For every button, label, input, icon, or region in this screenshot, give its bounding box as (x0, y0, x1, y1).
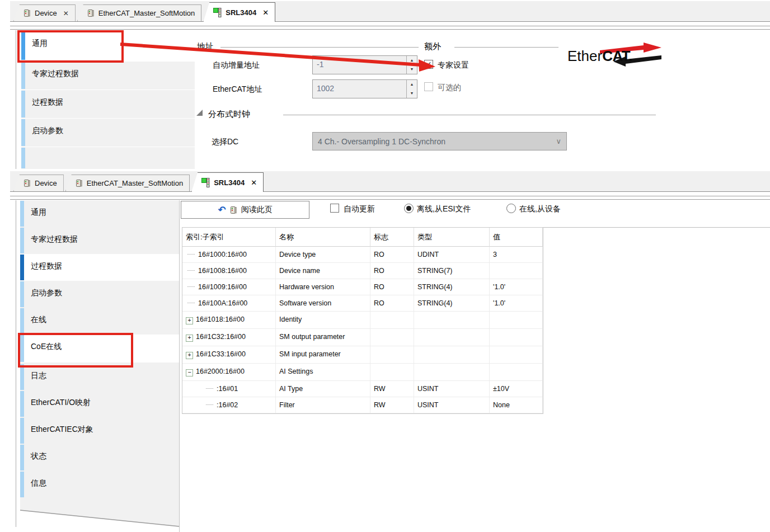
ethercat-address-input[interactable]: 1002 ▲▼ (312, 79, 417, 98)
sidebar-item-information[interactable]: 信息 (20, 471, 172, 498)
expand-icon[interactable]: + (186, 317, 193, 324)
spin-up-icon[interactable]: ▲ (407, 80, 417, 89)
selection-strip (20, 472, 24, 497)
sidebar-item-startup-params[interactable]: 启动参数 (21, 119, 195, 147)
close-icon[interactable]: ✕ (262, 8, 269, 17)
device-icon (24, 179, 31, 187)
cell-value (490, 312, 543, 329)
selection-strip (20, 308, 24, 334)
table-row[interactable]: 16#1009:16#00 Hardware version RO STRING… (182, 279, 543, 295)
cell-type: UDINT (414, 247, 490, 263)
cell-flags: RW (370, 397, 414, 413)
chevron-down-icon: ∨ (556, 137, 561, 145)
sidebar-item-process-data[interactable]: 过程数据 (21, 90, 195, 118)
select-dc-dropdown[interactable]: 4 Ch.- Oversampling 1 DC-Synchron ∨ (312, 132, 567, 150)
close-icon[interactable]: ✕ (63, 10, 69, 17)
spinner-buttons[interactable]: ▲▼ (406, 80, 417, 98)
device-icon (76, 179, 83, 187)
table-row[interactable]: +16#1C33:16#00 SM input parameter (182, 346, 543, 364)
sidebar-item-process-data[interactable]: 过程数据 (20, 254, 179, 281)
spin-down-icon[interactable]: ▼ (407, 65, 417, 74)
sidebar-item-log[interactable]: 日志 (20, 364, 172, 390)
selection-strip (20, 418, 24, 444)
sidebar-item-label: 启动参数 (25, 119, 63, 147)
device-icon (24, 9, 31, 17)
tab-ethercat-master[interactable]: EtherCAT_Master_SoftMotion (77, 4, 201, 21)
sidebar-item-expert-process-data[interactable]: 专家过程数据 (20, 227, 172, 254)
sidebar-item-partial (21, 147, 195, 169)
sidebar-item-ethercat-io-mapping[interactable]: EtherCATI/O映射 (20, 390, 172, 417)
cell-flags (370, 329, 414, 346)
online-device-radio[interactable] (506, 204, 516, 213)
cell-type: USINT (414, 381, 490, 397)
sidebar-item-ethercat-iec-objects[interactable]: EtherCATIEC对象 (20, 417, 172, 444)
column-header-type[interactable]: 类型 (414, 228, 490, 247)
table-row[interactable]: −16#2000:16#00 AI Settings (182, 364, 543, 381)
cell-index: :16#01 (217, 385, 238, 393)
cell-index: 16#1C32:16#00 (196, 333, 246, 341)
table-row[interactable]: +16#1C32:16#00 SM output parameter (182, 329, 543, 346)
table-row[interactable]: 16#1008:16#00 Device name RO STRING(7) (182, 263, 543, 279)
panel-left-border (16, 30, 16, 169)
auto-update-checkbox[interactable] (330, 204, 339, 213)
column-header-value[interactable]: 值 (490, 228, 543, 247)
cell-type: USINT (414, 397, 490, 413)
cell-value: 3 (490, 247, 543, 263)
table-row[interactable]: 16#1000:16#00 Device type RO UDINT 3 (182, 247, 543, 263)
column-header-index[interactable]: 索引:子索引 (182, 228, 276, 247)
sidebar-item-online[interactable]: 在线 (20, 308, 172, 335)
cell-type (414, 346, 490, 364)
optional-checkbox[interactable] (424, 82, 433, 91)
ethercat-slave-icon (201, 178, 210, 187)
expand-icon[interactable]: + (186, 335, 193, 342)
sidebar-item-expert-process-data[interactable]: 专家过程数据 (21, 62, 195, 90)
sidebar-item-startup-params[interactable]: 启动参数 (20, 281, 172, 308)
spin-down-icon[interactable]: ▼ (407, 89, 417, 98)
cell-index: 16#1009:16#00 (198, 283, 247, 291)
offline-esi-label: 离线,从ESI文件 (417, 204, 471, 214)
coe-object-table: 索引:子索引 名称 标志 类型 值 16#1000:16#00 Device t… (182, 227, 543, 414)
collapse-icon[interactable]: − (186, 369, 193, 376)
screenshot-root: Device ✕ EtherCAT_Master_SoftMotion SRL3… (0, 0, 770, 532)
table-row[interactable]: :16#02 Filter RW USINT None (182, 397, 543, 413)
column-header-name[interactable]: 名称 (276, 228, 370, 247)
sidebar-item-label: 过程数据 (25, 90, 63, 118)
cell-value (490, 329, 543, 346)
tab-srl3404[interactable]: SRL3404 ✕ (191, 172, 264, 192)
tab-device[interactable]: Device ✕ (13, 4, 76, 21)
table-row[interactable]: 16#100A:16#00 Software version RO STRING… (182, 295, 543, 312)
sidebar-item-general[interactable]: 通用 (20, 200, 172, 227)
table-row[interactable]: +16#1018:16#00 Identity (182, 312, 543, 329)
tab-ethercat-master[interactable]: EtherCAT_Master_SoftMotion (65, 175, 190, 191)
auto-increment-input[interactable]: -1 ▲▼ (312, 55, 417, 74)
table-row[interactable]: :16#01 AI Type RW USINT ±10V (182, 381, 543, 397)
cell-value: ±10V (490, 381, 543, 397)
sidebar-item-label: 在线 (24, 308, 46, 335)
tab-device[interactable]: Device (13, 175, 64, 191)
group-rule (220, 47, 419, 48)
cell-type: STRING(7) (414, 263, 490, 279)
close-icon[interactable]: ✕ (251, 178, 257, 187)
cell-name: SM input parameter (276, 346, 370, 364)
cell-flags: RO (370, 279, 414, 295)
device-icon (87, 9, 95, 17)
read-page-button[interactable]: ↶ 阅读此页 (181, 201, 309, 219)
expand-icon[interactable]: + (186, 352, 193, 359)
selection-strip (20, 228, 24, 253)
collapse-triangle-icon[interactable] (196, 110, 203, 116)
extra-group-label: 额外 (424, 41, 441, 52)
sidebar-item-status[interactable]: 状态 (20, 444, 172, 471)
panel-separator (10, 26, 770, 30)
spinner-buttons[interactable]: ▲▼ (406, 56, 417, 74)
ethercat-logo: EtherCAT. (567, 41, 667, 68)
tab-srl3404[interactable]: SRL3404 ✕ (203, 2, 275, 22)
panel-separator (10, 196, 770, 200)
column-header-flags[interactable]: 标志 (370, 228, 414, 247)
cell-flags: RO (370, 263, 414, 279)
panel-left-border (16, 200, 16, 527)
spin-up-icon[interactable]: ▲ (407, 56, 417, 65)
expert-settings-checkbox[interactable]: ✓ (424, 60, 433, 69)
sidebar-item-label: 通用 (24, 200, 46, 227)
cell-name: AI Type (276, 381, 370, 397)
offline-esi-radio[interactable] (404, 204, 414, 213)
